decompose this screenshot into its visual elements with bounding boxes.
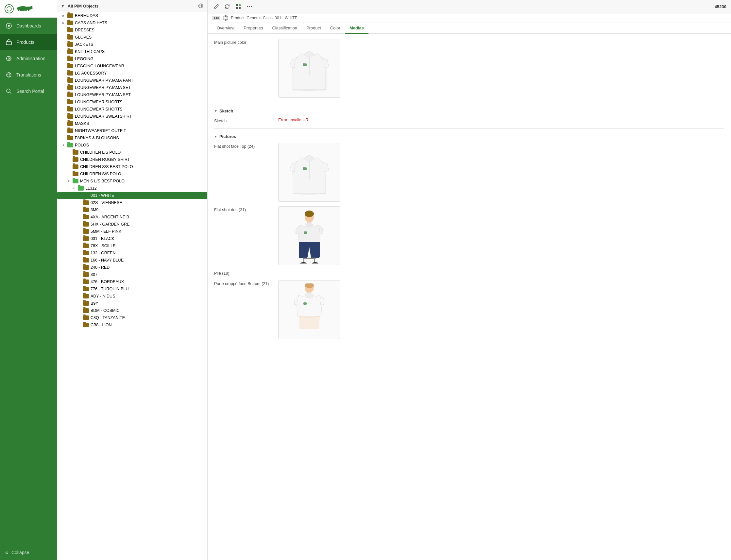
flat-shot-top-image-box — [278, 143, 340, 202]
tree-item-gloves[interactable]: ▶ GLOVES — [57, 34, 207, 41]
svg-point-0 — [7, 7, 11, 11]
tree-item-loungewear-sweatshirt[interactable]: ▶ LOUNGEWEAR SWEATSHIRT — [57, 113, 207, 120]
sidebar-logo — [0, 0, 57, 18]
tree-item-031-black[interactable]: ▶ 031 - BLACK — [57, 235, 207, 242]
tree-item-307[interactable]: ▶ 307 — [57, 271, 207, 278]
tab-overview[interactable]: Overview — [212, 23, 239, 34]
folder-icon — [67, 114, 73, 119]
tree-item-776[interactable]: ▶ 776 - TURQUIN BLU — [57, 285, 207, 293]
tree-item-lg-accessory[interactable]: ▶ LG ACCESSORY — [57, 70, 207, 77]
tree-item-5mm[interactable]: ▶ 5MM - ELF PINK — [57, 228, 207, 235]
refresh-icon[interactable] — [223, 3, 231, 10]
picture-porte-croppe: Porté croppé face Bottom (21) — [214, 280, 724, 339]
tree-item-ady[interactable]: ▶ ADY - NIDUS — [57, 293, 207, 300]
tree-item-loungewear-pyjama-set2[interactable]: ▶ LOUNGEWEAR PYJAMA SET — [57, 91, 207, 98]
tree-item-jackets[interactable]: ▶ JACKETS — [57, 41, 207, 48]
tab-medias[interactable]: Medias — [345, 23, 368, 34]
tree-item-5hx[interactable]: ▶ 5HX - GARDEN GRE — [57, 221, 207, 228]
tab-classification[interactable]: Classification — [267, 23, 302, 34]
sketch-chevron-icon: ▼ — [214, 109, 217, 113]
folder-icon — [83, 251, 89, 255]
sidebar-item-administration[interactable]: Administration — [0, 50, 57, 67]
svg-point-10 — [8, 25, 10, 27]
tree-item-caps-and-hats[interactable]: ▶ CAPS AND HATS — [57, 19, 207, 26]
tree-item-children-ls-polo[interactable]: ▶ CHILDREN L/S POLO — [57, 149, 207, 156]
sidebar-item-translations[interactable]: Translations — [0, 67, 57, 83]
search-icon — [5, 88, 12, 95]
folder-icon — [83, 280, 89, 284]
svg-rect-5 — [18, 10, 19, 11]
main-picture-label: Main picture color — [214, 39, 273, 45]
tree-item-240[interactable]: ▶ 240 - RED — [57, 264, 207, 271]
tab-product[interactable]: Product — [302, 23, 326, 34]
tree-item-children-ss-polo[interactable]: ▶ CHILDREN S/S POLO — [57, 170, 207, 178]
tree-item-loungewear-pyjama-set1[interactable]: ▶ LOUNGEWEAR PYJAMA SET — [57, 84, 207, 91]
porte-croppe-image-box — [278, 280, 340, 339]
tree-item-knitted-caps[interactable]: ▶ KNITTED CAPS — [57, 48, 207, 55]
pictures-section-header[interactable]: ▼ Pictures — [214, 134, 724, 139]
tree-item-02s-viennese[interactable]: ▶ 02S - VIENNESE — [57, 199, 207, 206]
tree-item-children-ss-best-polo[interactable]: ▶ CHILDREN S/S BEST POLO — [57, 163, 207, 170]
tree-item-c8q[interactable]: ▶ C8Q - TANZANITE — [57, 314, 207, 321]
sidebar-item-label: Products — [16, 40, 34, 45]
sketch-error-text: Error: Invalid URL — [278, 118, 311, 122]
sketch-section-header[interactable]: ▼ Sketch — [214, 109, 724, 113]
tree-item-001-white[interactable]: ▶ 001 - WHITE — [57, 192, 207, 199]
tree-item-masks[interactable]: ▶ MASKS — [57, 120, 207, 127]
tree-item-l1312[interactable]: ▼ L1312 — [57, 185, 207, 192]
svg-point-4 — [32, 7, 33, 8]
content-area: ▼ All PIM Objects ▶ BERMUDAS — [57, 0, 731, 560]
folder-icon — [67, 121, 73, 126]
tree-item-loungewear-shorts2[interactable]: ▶ LOUNGEWEAR SHORTS — [57, 106, 207, 113]
tree-item-parkas[interactable]: ▶ PARKAS & BLOUSONS — [57, 134, 207, 142]
tree-item-dresses[interactable]: ▶ DRESSES — [57, 26, 207, 34]
tree-item-polos[interactable]: ▼ POLOS — [57, 142, 207, 149]
folder-icon-open — [67, 143, 73, 147]
tab-color[interactable]: Color — [326, 23, 345, 34]
detail-content: Main picture color — [208, 34, 731, 560]
collapse-button[interactable]: « Collapse — [0, 545, 57, 560]
folder-icon — [83, 294, 89, 298]
sidebar-item-search-portal[interactable]: Search Portal — [0, 83, 57, 99]
tab-properties[interactable]: Properties — [239, 23, 267, 34]
edit-icon[interactable] — [212, 3, 220, 10]
svg-point-12 — [7, 56, 11, 61]
grid-icon[interactable] — [234, 3, 242, 10]
tree-item-3m9[interactable]: ▶ 3M9 — [57, 206, 207, 213]
sidebar: Dashboards Products — [0, 0, 57, 560]
tree-toolbar-label: All PIM Objects — [68, 4, 195, 8]
tree-item-bdm[interactable]: ▶ BDM - COSMIC — [57, 307, 207, 314]
tree-item-bermudas[interactable]: ▶ BERMUDAS — [57, 12, 207, 19]
tree-toolbar: ▼ All PIM Objects — [57, 0, 207, 12]
tree-item-legging-loungewear[interactable]: ▶ LEGGING LOUNGEWEAR — [57, 62, 207, 70]
folder-icon — [83, 301, 89, 306]
tree-item-cb8[interactable]: ▶ CB8 - LION — [57, 321, 207, 329]
tree-item-children-rugby-shirt[interactable]: ▶ CHILDREN RUGBY SHIRT — [57, 156, 207, 163]
globe-icon[interactable] — [197, 3, 204, 9]
tree-item-476[interactable]: ▶ 476 - BORDEAUX — [57, 278, 207, 285]
folder-icon — [83, 215, 89, 219]
more-icon[interactable] — [246, 3, 253, 10]
tree-scroll[interactable]: ▶ BERMUDAS ▶ CAPS AND HATS ▶ DRESSES ▶ — [57, 12, 207, 560]
folder-icon — [67, 78, 73, 83]
folder-icon — [67, 93, 73, 97]
folder-icon — [83, 315, 89, 320]
sidebar-item-products[interactable]: Products — [0, 34, 57, 50]
folder-icon — [83, 323, 89, 327]
svg-point-32 — [251, 6, 252, 7]
sidebar-item-dashboards[interactable]: Dashboards — [0, 18, 57, 34]
tree-item-b9y[interactable]: ▶ B9Y — [57, 300, 207, 307]
tree-item-loungewear-shorts1[interactable]: ▶ LOUNGEWEAR SHORTS — [57, 98, 207, 106]
tree-item-men-ls-best-polo[interactable]: ▼ MEN S L/S BEST POLO — [57, 178, 207, 185]
tree-item-132[interactable]: ▶ 132 - GREEN — [57, 249, 207, 257]
tree-item-legging[interactable]: ▶ LEGGING — [57, 55, 207, 62]
tree-item-166[interactable]: ▶ 166 - NAVY BLUE — [57, 257, 207, 264]
flat-shot-dos-image-box — [278, 206, 340, 265]
tree-item-78x[interactable]: ▶ 78X - SCILLE — [57, 242, 207, 249]
tree-item-nightwear[interactable]: ▶ NIGHTWEAR/GIFT OUTFIT — [57, 127, 207, 134]
tree-item-loungewear-pyjama-pant[interactable]: ▶ LOUNGEWEAR PYJAMA PANT — [57, 77, 207, 84]
tree-item-4xa[interactable]: ▶ 4XA - ARGENTINE B — [57, 213, 207, 221]
svg-rect-29 — [239, 7, 241, 9]
svg-rect-46 — [303, 258, 316, 259]
folder-icon — [73, 157, 78, 162]
